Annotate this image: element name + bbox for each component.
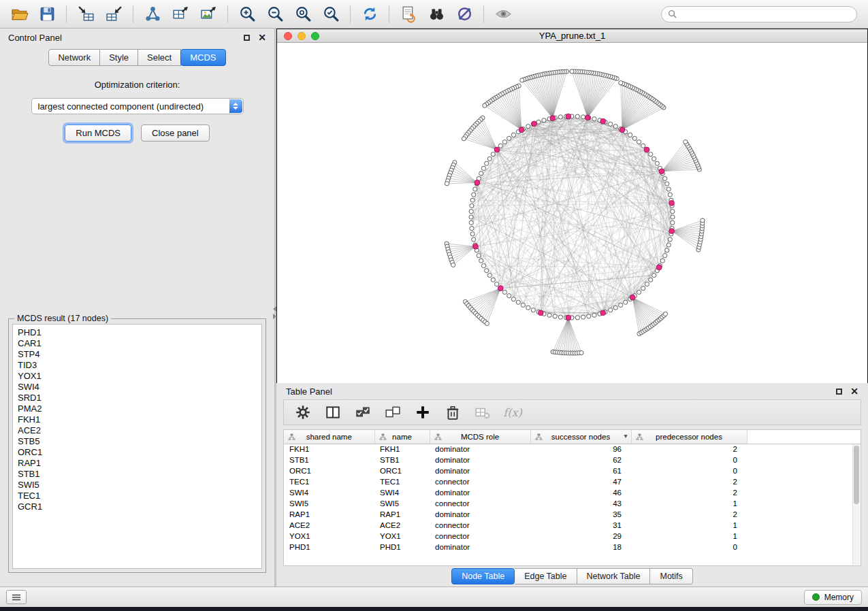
splitter-handle-icon[interactable] bbox=[273, 306, 276, 319]
mcds-node-item[interactable]: SRD1 bbox=[18, 393, 257, 403]
close-panel-button[interactable]: Close panel bbox=[141, 125, 210, 142]
column-header-mcds-role[interactable]: MCDS role bbox=[430, 430, 530, 444]
table-scrollbar-thumb[interactable] bbox=[854, 446, 859, 504]
delete-table-button[interactable] bbox=[475, 404, 491, 420]
deselect-all-icon bbox=[385, 404, 401, 420]
redraw-network-button[interactable] bbox=[357, 3, 382, 25]
tab-style[interactable]: Style bbox=[100, 49, 138, 66]
table-row[interactable]: ORC1ORC1dominator610 bbox=[284, 465, 861, 476]
mcds-node-item[interactable]: YOX1 bbox=[18, 371, 257, 382]
tab-node-table[interactable]: Node Table bbox=[451, 568, 515, 584]
close-panel-icon[interactable]: ✕ bbox=[258, 34, 266, 41]
zoom-in-button[interactable] bbox=[235, 3, 259, 25]
mcds-node-item[interactable]: STB5 bbox=[18, 436, 257, 447]
mcds-result-title: MCDS result (17 nodes) bbox=[14, 314, 111, 323]
table-header-row: shared name name MCDS role bbox=[284, 430, 861, 444]
zoom-fit-icon bbox=[294, 5, 312, 23]
minimize-window-icon[interactable] bbox=[298, 32, 306, 40]
vertical-splitter[interactable] bbox=[274, 29, 276, 587]
tab-network-table[interactable]: Network Table bbox=[577, 568, 651, 584]
show-hide-button[interactable] bbox=[491, 3, 515, 25]
import-network-file-button[interactable] bbox=[101, 3, 126, 25]
table-panel-header: Table Panel ✕ bbox=[276, 383, 868, 399]
delete-rows-button[interactable] bbox=[445, 404, 461, 420]
clone-network-button[interactable] bbox=[396, 3, 421, 25]
mcds-node-item[interactable]: TID3 bbox=[18, 360, 257, 371]
column-header-shared-name[interactable]: shared name bbox=[284, 430, 374, 444]
table-row[interactable]: FKH1FKH1dominator962 bbox=[284, 444, 861, 455]
function-builder-button[interactable]: f(x) bbox=[504, 404, 521, 420]
open-session-button[interactable] bbox=[7, 3, 31, 25]
tab-motifs[interactable]: Motifs bbox=[650, 568, 692, 584]
deselect-all-button[interactable] bbox=[385, 404, 401, 420]
share-network-button[interactable] bbox=[140, 3, 165, 25]
mcds-node-item[interactable]: SWI5 bbox=[18, 480, 257, 491]
status-menu-button[interactable] bbox=[6, 590, 27, 604]
mcds-node-item[interactable]: GCR1 bbox=[18, 501, 257, 512]
network-svg[interactable] bbox=[277, 43, 867, 383]
memory-button[interactable]: Memory bbox=[804, 590, 862, 605]
mcds-node-item[interactable]: ACE2 bbox=[18, 425, 257, 436]
float-panel-icon[interactable] bbox=[244, 35, 250, 41]
add-row-button[interactable] bbox=[415, 404, 431, 420]
zoom-out-button[interactable] bbox=[263, 3, 287, 25]
import-table-file-button[interactable] bbox=[74, 3, 98, 25]
mcds-node-item[interactable]: FKH1 bbox=[18, 414, 257, 425]
column-type-icon bbox=[288, 433, 295, 441]
close-table-panel-icon[interactable]: ✕ bbox=[850, 388, 858, 395]
list-menu-icon bbox=[12, 594, 21, 601]
sort-indicator-icon[interactable]: ▾ bbox=[624, 432, 627, 440]
search-input[interactable] bbox=[681, 9, 850, 20]
mcds-node-item[interactable]: ORC1 bbox=[18, 447, 257, 458]
find-neighbors-button[interactable] bbox=[424, 3, 449, 25]
table-settings-button[interactable] bbox=[295, 404, 311, 420]
float-table-panel-icon[interactable] bbox=[836, 389, 842, 395]
window-controls bbox=[284, 32, 319, 40]
cytoscape-window: Control Panel ✕ Network Style Select MCD… bbox=[0, 0, 868, 607]
run-mcds-button[interactable]: Run MCDS bbox=[65, 125, 131, 142]
tab-edge-table[interactable]: Edge Table bbox=[515, 568, 577, 584]
table-row[interactable]: SWI5SWI5connector431 bbox=[284, 498, 861, 509]
column-header-predecessor-nodes[interactable]: predecessor nodes bbox=[631, 430, 747, 444]
select-all-button[interactable] bbox=[355, 404, 371, 420]
close-window-icon[interactable] bbox=[284, 32, 292, 40]
tab-select[interactable]: Select bbox=[138, 49, 181, 66]
delete-table-icon bbox=[475, 404, 491, 420]
export-table-button[interactable] bbox=[168, 3, 193, 25]
zoom-selected-button[interactable] bbox=[319, 3, 343, 25]
gear-icon bbox=[295, 404, 311, 420]
mcds-result-list[interactable]: PHD1CAR1STP4TID3YOX1SWI4SRD1PMA2FKH1ACE2… bbox=[12, 324, 262, 569]
tab-mcds[interactable]: MCDS bbox=[180, 49, 225, 66]
mcds-node-item[interactable]: STP4 bbox=[18, 349, 257, 360]
column-header-name[interactable]: name bbox=[374, 430, 430, 444]
mcds-node-item[interactable]: PMA2 bbox=[18, 403, 257, 414]
control-panel-header: Control Panel ✕ bbox=[0, 29, 274, 46]
mcds-node-item[interactable]: TEC1 bbox=[18, 491, 257, 501]
table-row[interactable]: ACE2ACE2connector311 bbox=[284, 520, 861, 531]
zoom-selected-icon bbox=[322, 5, 340, 23]
mcds-node-item[interactable]: STB1 bbox=[18, 469, 257, 480]
maximize-window-icon[interactable] bbox=[311, 32, 319, 40]
network-window: YPA_prune.txt_1 bbox=[276, 29, 868, 383]
table-row[interactable]: STB1STB1dominator620 bbox=[284, 455, 861, 465]
column-header-successor-nodes[interactable]: successor nodes ▾ bbox=[530, 430, 631, 444]
criterion-dropdown[interactable]: largest connected component (undirected) bbox=[31, 98, 244, 114]
network-canvas[interactable] bbox=[277, 43, 867, 383]
table-scrollbar[interactable] bbox=[852, 444, 860, 565]
zoom-fit-button[interactable] bbox=[291, 3, 315, 25]
apply-style-button[interactable] bbox=[452, 3, 477, 25]
table-row[interactable]: RAP1RAP1dominator352 bbox=[284, 509, 861, 520]
mcds-node-item[interactable]: CAR1 bbox=[18, 338, 257, 349]
save-session-button[interactable] bbox=[35, 3, 59, 25]
fx-icon: f(x) bbox=[503, 406, 521, 419]
show-columns-button[interactable] bbox=[325, 404, 341, 420]
mcds-node-item[interactable]: RAP1 bbox=[18, 458, 257, 469]
tab-network[interactable]: Network bbox=[48, 49, 100, 66]
mcds-node-item[interactable]: PHD1 bbox=[18, 327, 257, 338]
export-image-button[interactable] bbox=[196, 3, 221, 25]
table-row[interactable]: PHD1PHD1dominator180 bbox=[284, 542, 861, 552]
table-row[interactable]: YOX1YOX1connector291 bbox=[284, 531, 861, 542]
mcds-node-item[interactable]: SWI4 bbox=[18, 382, 257, 393]
table-row[interactable]: SWI4SWI4dominator462 bbox=[284, 487, 861, 498]
table-row[interactable]: TEC1TEC1connector472 bbox=[284, 476, 861, 487]
